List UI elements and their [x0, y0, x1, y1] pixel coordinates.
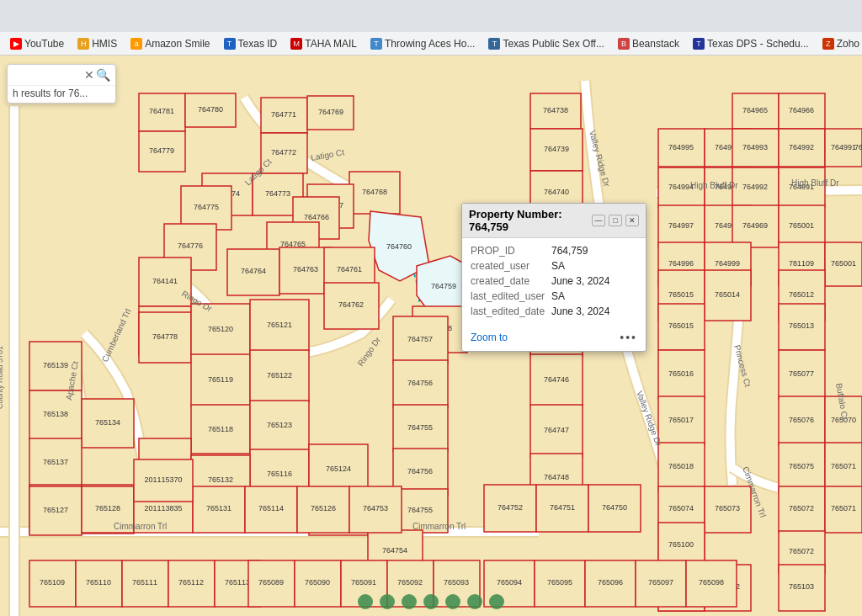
svg-rect-28	[825, 129, 862, 167]
svg-rect-8	[530, 93, 581, 129]
popup-field-row: created_dateJune 3, 2024	[471, 275, 637, 287]
bookmark-label: HMIS	[92, 38, 117, 50]
bookmark-icon: B	[618, 38, 630, 50]
bookmark-item[interactable]: aAmazon Smile	[125, 36, 215, 51]
svg-rect-126	[658, 396, 705, 445]
svg-rect-100	[779, 304, 825, 350]
bookmarks-bar: ▶YouTubeHHMISaAmazon SmileTTexas IDMTAHA…	[0, 32, 862, 56]
svg-rect-26	[779, 129, 825, 167]
svg-text:Latigo Ct: Latigo Ct	[310, 147, 345, 162]
svg-rect-0	[139, 93, 185, 131]
navigation-dot[interactable]	[445, 594, 460, 609]
svg-rect-248	[686, 560, 737, 607]
search-box: ✕ 🔍 h results for 76...	[7, 64, 116, 104]
svg-rect-122	[393, 360, 448, 407]
svg-rect-118	[191, 354, 250, 406]
navigation-dot[interactable]	[423, 594, 439, 609]
bookmark-item[interactable]: BBeanstack	[613, 36, 684, 51]
svg-rect-128	[779, 396, 825, 445]
svg-rect-76	[139, 258, 191, 306]
navigation-dot[interactable]	[402, 594, 417, 609]
bookmark-label: Texas Public Sex Off...	[503, 38, 604, 50]
bookmark-icon: H	[77, 38, 89, 50]
bookmark-item[interactable]: TTexas DPS - Schedu...	[688, 36, 814, 51]
svg-rect-230	[248, 560, 295, 607]
svg-rect-20	[658, 129, 705, 167]
svg-rect-6	[307, 96, 354, 130]
svg-rect-108	[393, 316, 448, 364]
svg-rect-14	[139, 131, 185, 172]
search-submit-button[interactable]: 🔍	[96, 68, 110, 82]
bookmark-item[interactable]: HHMIS	[72, 36, 122, 51]
svg-rect-12	[779, 93, 825, 129]
svg-rect-196	[29, 486, 82, 535]
popup-field-row: created_userSA	[471, 260, 637, 272]
bookmark-item[interactable]: ▶YouTube	[5, 36, 69, 51]
bookmark-item[interactable]: MTAHA MAIL	[285, 36, 362, 51]
bookmark-icon: ▶	[10, 38, 22, 50]
svg-rect-182	[588, 485, 641, 532]
svg-rect-206	[297, 486, 349, 533]
bottom-dots	[358, 594, 504, 609]
navigation-dot[interactable]	[380, 594, 395, 609]
bookmark-label: Amazon Smile	[145, 38, 210, 50]
bookmark-label: YouTube	[24, 38, 64, 50]
parcel-map: .parcel { fill: #f5e6b8; stroke: #cc2222…	[0, 56, 862, 616]
svg-rect-222	[76, 560, 122, 607]
svg-rect-168	[29, 438, 82, 487]
popup-field-row: last_edited_dateJune 3, 2024	[471, 305, 637, 317]
navigation-dot[interactable]	[489, 594, 504, 609]
svg-rect-244	[585, 560, 636, 607]
bookmark-icon: T	[488, 38, 500, 50]
svg-rect-18	[530, 129, 583, 171]
bookmark-item[interactable]: TTexas Public Sex Off...	[483, 36, 609, 51]
navigation-dot[interactable]	[358, 594, 373, 609]
svg-rect-178	[484, 485, 536, 532]
svg-rect-142	[658, 443, 705, 491]
svg-rect-102	[139, 312, 191, 363]
popup-body: PROP_ID764,759created_userSAcreated_date…	[462, 238, 646, 327]
svg-rect-74	[825, 242, 862, 286]
svg-rect-60	[779, 205, 825, 247]
navigation-dot[interactable]	[467, 594, 482, 609]
bookmark-item[interactable]: ZZoho One	[817, 36, 862, 51]
svg-rect-144	[779, 443, 825, 491]
svg-rect-120	[250, 350, 309, 402]
svg-text:Cumberland Trl: Cumberland Trl	[100, 307, 133, 364]
search-clear-button[interactable]: ✕	[82, 68, 96, 82]
bookmark-icon: T	[224, 38, 236, 50]
zoom-to-link[interactable]: Zoom to	[471, 332, 508, 343]
popup-titlebar: Property Number: 764,759 — □ ✕	[462, 204, 646, 238]
svg-rect-164	[779, 486, 825, 533]
search-input[interactable]	[13, 69, 82, 82]
svg-rect-224	[122, 560, 168, 607]
popup-close-button[interactable]: ✕	[625, 215, 639, 226]
popup-more-button[interactable]: •••	[620, 331, 637, 344]
svg-rect-138	[393, 405, 448, 452]
popup-field-value: June 3, 2024	[551, 305, 609, 317]
bookmark-icon: a	[130, 38, 142, 50]
svg-rect-208	[349, 486, 402, 533]
popup-field-value: SA	[551, 290, 565, 302]
svg-rect-54	[658, 205, 705, 247]
popup-field-value: SA	[551, 260, 565, 272]
popup-field-key: last_edited_date	[471, 305, 546, 317]
bookmark-item[interactable]: TThrowing Aces Ho...	[365, 36, 480, 51]
svg-rect-4	[261, 98, 307, 133]
popup-title: Property Number: 764,759	[469, 208, 592, 233]
svg-rect-10	[732, 93, 779, 129]
bookmark-label: Throwing Aces Ho...	[385, 38, 475, 50]
popup-controls: — □ ✕	[592, 215, 639, 226]
svg-rect-104	[191, 304, 250, 356]
bookmark-icon: T	[693, 38, 705, 50]
bookmark-label: Zoho One	[837, 38, 862, 50]
bookmark-item[interactable]: TTexas ID	[219, 36, 283, 51]
popup-field-key: created_date	[471, 275, 546, 287]
popup-minimize-button[interactable]: —	[592, 215, 605, 226]
svg-text:County Road 3701: County Road 3701	[0, 346, 4, 409]
svg-rect-2	[185, 93, 236, 127]
svg-rect-94	[324, 283, 379, 329]
svg-rect-140	[530, 405, 583, 457]
bookmark-label: Beanstack	[632, 38, 679, 50]
popup-maximize-button[interactable]: □	[609, 215, 622, 226]
